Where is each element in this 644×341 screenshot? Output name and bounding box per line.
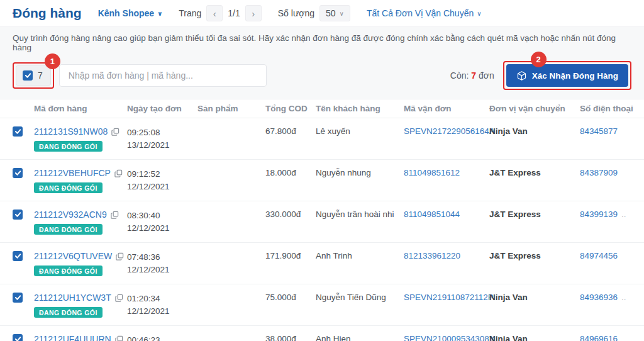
selected-count: 7 xyxy=(38,70,43,81)
order-time: 00:46:23 xyxy=(127,334,197,341)
check-icon xyxy=(14,128,21,135)
chevron-down-icon: ∨ xyxy=(477,11,481,17)
check-icon xyxy=(25,72,31,79)
tracking-number-link[interactable]: 811049851612 xyxy=(404,168,460,177)
cod-amount: 18.000đ xyxy=(265,168,316,177)
carrier-name: J&T Express xyxy=(489,210,580,219)
status-badge: ĐANG ĐÓNG GÓI xyxy=(34,141,103,152)
col-header-phone: Số điện thoại xyxy=(580,104,644,113)
order-time: 09:12:52 xyxy=(127,168,197,181)
remaining-unit: đơn xyxy=(479,70,494,81)
remaining-label: Còn: xyxy=(450,70,469,81)
search-input[interactable] xyxy=(59,64,267,87)
order-date: 12/12/2021 xyxy=(127,181,197,193)
row-checkbox[interactable] xyxy=(13,126,23,137)
customer-name: Lê xuyến xyxy=(316,126,404,136)
phone-number-link[interactable]: 84399139 xyxy=(580,210,618,219)
copy-icon[interactable] xyxy=(111,128,119,136)
row-checkbox[interactable] xyxy=(13,293,23,303)
col-header-tracking: Mã vận đơn xyxy=(404,104,489,113)
carrier-name: Ninja Van xyxy=(489,126,580,136)
tracking-number-link[interactable]: SPEVN219110872112P xyxy=(404,293,494,302)
col-header-order-id: Mã đơn hàng xyxy=(34,104,127,113)
phone-number-link[interactable]: 84936936 xyxy=(580,293,618,302)
order-id-link[interactable]: 211212V932ACN9 xyxy=(34,210,107,220)
quantity-control: Số lượng 50 ∨ xyxy=(278,5,350,21)
copy-icon[interactable] xyxy=(115,294,123,302)
order-id-link[interactable]: 211212VBEHUFCP xyxy=(34,168,111,178)
page-indicator: 1/1 xyxy=(228,8,240,18)
order-time: 08:30:40 xyxy=(127,210,197,222)
remaining-count: 7 xyxy=(471,70,476,81)
table-row: 2112131S91NW08 ĐANG ĐÓNG GÓI 09:25:08 13… xyxy=(0,118,644,160)
order-time: 01:20:34 xyxy=(127,293,197,305)
carrier-filter-label: Tất Cả Đơn Vị Vận Chuyển xyxy=(367,8,474,18)
truncation-ellipsis: .. xyxy=(621,210,626,219)
toolbar: 1 7 Còn: 7 đơn 2 Xác Nhận xyxy=(0,53,644,99)
customer-name: Anh Trinh xyxy=(316,251,404,260)
tracking-number-link[interactable]: SPEVN210009534308Y xyxy=(404,334,495,341)
quantity-label: Số lượng xyxy=(278,8,314,18)
tracking-number-link[interactable]: 812133961220 xyxy=(404,251,460,260)
copy-icon[interactable] xyxy=(114,169,123,177)
tracking-number-link[interactable]: SPEVN217229056164A xyxy=(404,126,495,136)
chevron-down-icon: ∨ xyxy=(340,11,344,17)
copy-icon[interactable] xyxy=(111,211,119,219)
col-header-created-date: Ngày tạo đơn xyxy=(127,104,197,113)
order-id-link[interactable]: 211212UF4UUURN xyxy=(34,334,111,341)
copy-icon[interactable] xyxy=(116,252,124,260)
quantity-select[interactable]: 50 ∨ xyxy=(319,5,350,21)
order-id-link[interactable]: 2112131S91NW08 xyxy=(34,126,108,137)
row-checkbox[interactable] xyxy=(13,251,23,261)
customer-name: Nguyễn Tiến Dũng xyxy=(316,293,404,302)
table-row: 211212V6QTUVEW ĐANG ĐÓNG GÓI 07:48:36 12… xyxy=(0,243,644,284)
select-all-checkbox[interactable] xyxy=(23,70,33,81)
table-header: Mã đơn hàng Ngày tạo đơn Sản phẩm Tổng C… xyxy=(0,99,644,118)
col-header-carrier: Đơn vị vận chuyển xyxy=(489,104,580,113)
phone-number-link[interactable]: 84969616 xyxy=(580,334,618,341)
chevron-left-icon: ‹ xyxy=(213,8,216,19)
channel-dropdown[interactable]: Kênh Shopee ∨ xyxy=(98,8,163,18)
confirm-packing-button[interactable]: Xác Nhận Đóng Hàng xyxy=(506,64,628,87)
header-strip: Quy trình đóng hàng nâng cao giúp bạn gi… xyxy=(0,26,644,99)
check-icon xyxy=(14,294,21,301)
select-all-group[interactable]: 7 xyxy=(16,65,51,86)
order-id-link[interactable]: 211212V6QTUVEW xyxy=(34,251,112,261)
row-checkbox[interactable] xyxy=(13,210,23,220)
package-icon xyxy=(516,70,527,81)
cod-amount: 330.000đ xyxy=(265,210,316,219)
cod-amount: 67.800đ xyxy=(265,126,316,136)
phone-number-link[interactable]: 84345877 xyxy=(580,126,618,136)
order-time: 09:25:08 xyxy=(127,126,197,139)
carrier-name: Ninja Van xyxy=(489,293,580,302)
next-page-button[interactable]: › xyxy=(245,5,262,21)
row-checkbox[interactable] xyxy=(13,168,23,178)
copy-icon[interactable] xyxy=(115,335,123,341)
annotation-badge-1: 1 xyxy=(45,53,60,69)
table-row: 211212UH1YCW3T ĐANG ĐÓNG GÓI 01:20:34 12… xyxy=(0,284,644,326)
table-body: 2112131S91NW08 ĐANG ĐÓNG GÓI 09:25:08 13… xyxy=(0,118,644,341)
cod-amount: 171.900đ xyxy=(265,251,316,260)
table-row: 211212V932ACN9 ĐANG ĐÓNG GÓI 08:30:40 12… xyxy=(0,201,644,243)
cod-amount: 38.000đ xyxy=(265,334,316,341)
status-badge: ĐANG ĐÓNG GÓI xyxy=(34,182,103,193)
prev-page-button[interactable]: ‹ xyxy=(206,5,223,21)
phone-number-link[interactable]: 84387909 xyxy=(580,168,618,177)
carrier-name: J&T Express xyxy=(489,168,580,177)
page-title: Đóng hàng xyxy=(13,6,82,21)
cod-amount: 75.000đ xyxy=(265,293,316,302)
phone-number-link[interactable]: 84974456 xyxy=(580,251,618,260)
check-icon xyxy=(14,170,21,176)
order-id-link[interactable]: 211212UH1YCW3T xyxy=(34,293,111,303)
row-checkbox[interactable] xyxy=(13,334,23,341)
table-row: 211212VBEHUFCP ĐANG ĐÓNG GÓI 09:12:52 12… xyxy=(0,160,644,201)
carrier-filter-dropdown[interactable]: Tất Cả Đơn Vị Vận Chuyển ∨ xyxy=(367,8,482,18)
page-label: Trang xyxy=(179,8,201,18)
pagination: Trang ‹ 1/1 › xyxy=(179,5,262,21)
order-date: 12/12/2021 xyxy=(127,222,197,235)
annotation-box-2: 2 Xác Nhận Đóng Hàng xyxy=(503,61,631,90)
status-badge: ĐANG ĐÓNG GÓI xyxy=(34,224,103,235)
tracking-number-link[interactable]: 811049851044 xyxy=(404,210,460,219)
topbar: Đóng hàng Kênh Shopee ∨ Trang ‹ 1/1 › Số… xyxy=(0,0,644,26)
col-header-product: Sản phẩm xyxy=(197,104,265,113)
